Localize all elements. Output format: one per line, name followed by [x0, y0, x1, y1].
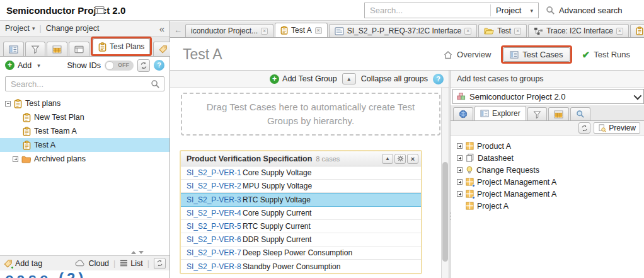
drag-drop-zone[interactable]: Drag Test Cases here to automatically cr… — [181, 93, 440, 136]
list-view-button[interactable]: List — [120, 259, 142, 268]
expand-expander-icon[interactable] — [13, 156, 18, 162]
tree-item-archived-plans[interactable]: Archived plans — [0, 152, 170, 166]
test-case-id-link[interactable]: SI_S2_P-VER-5 — [181, 222, 243, 231]
test-case-id-link[interactable]: SI_S2_P-VER-2 — [181, 182, 243, 190]
case-count-badge: 8 cases — [316, 155, 340, 163]
tree-item-test-plans-root[interactable]: Test plans — [0, 96, 170, 110]
add-tag-button[interactable]: Add tag — [4, 259, 42, 268]
test-case-id-link[interactable]: SI_S2_P-VER-1 — [181, 168, 243, 177]
layout-window-icon[interactable] — [95, 6, 105, 14]
collapse-panel-button[interactable]: ▲ — [382, 154, 393, 164]
test-case-name: Standby Power Consumption — [243, 262, 340, 271]
tree-item-test-a-selected[interactable]: Test A — [0, 138, 170, 152]
project-menu[interactable]: Project ▾ — [5, 24, 35, 33]
tab-req-i2c[interactable]: SI_S2_P-P_REQ-37:I2C Interface × — [329, 24, 477, 37]
expand-expander-icon[interactable] — [457, 155, 463, 161]
scroll-tabs-left-icon[interactable]: ← — [174, 25, 182, 35]
test-case-row[interactable]: SI_S2_P-VER-4Core Supply Current — [181, 207, 421, 220]
preview-button[interactable]: Preview — [594, 122, 640, 134]
test-case-id-link[interactable]: SI_S2_P-VER-6 — [181, 235, 243, 244]
tab-web[interactable] — [453, 107, 473, 120]
close-panel-button[interactable]: × — [407, 154, 418, 164]
global-search-input[interactable] — [365, 4, 490, 17]
expand-expander-icon[interactable] — [457, 191, 463, 197]
view-overview[interactable]: Overview — [443, 50, 491, 59]
plus-icon: + — [270, 74, 279, 84]
tree-item-product-a[interactable]: Product A — [457, 140, 644, 152]
panel-settings-button[interactable] — [394, 154, 406, 164]
tab-panel[interactable] — [69, 42, 89, 56]
tree-item-new-test-plan[interactable]: New Test Plan — [0, 110, 170, 124]
test-case-row[interactable]: SI_S2_P-VER-6DDR Supply Current — [181, 233, 421, 246]
test-case-id-link[interactable]: SI_S2_P-VER-3 — [181, 195, 243, 204]
tab-filter[interactable] — [527, 107, 547, 120]
tab-table[interactable] — [47, 42, 67, 56]
help-button[interactable]: ? — [433, 74, 444, 84]
tab-test-plans[interactable]: Test Plans × — [630, 24, 644, 37]
add-button[interactable]: + Add ▾ — [5, 61, 40, 70]
tab-test-plans[interactable]: Test Plans — [93, 38, 150, 54]
tag-cloud-clipped[interactable]: case (2) — [5, 270, 131, 278]
tree-item-project-management-a-2[interactable]: Project Management A — [457, 188, 644, 200]
tab-filter[interactable] — [25, 42, 45, 56]
show-ids-toggle[interactable]: OFF — [105, 61, 134, 71]
tab-project-truncated[interactable]: iconductor Project... × — [185, 24, 273, 37]
test-case-row-selected[interactable]: SI_S2_P-VER-3RTC Supply Voltage — [181, 193, 421, 207]
refresh-button[interactable] — [154, 258, 166, 269]
collapse-sidebar-button[interactable]: « — [159, 23, 164, 34]
project-selector-dropdown[interactable]: Semiconductor Project 2.0 — [452, 89, 644, 104]
help-button[interactable]: ? — [154, 60, 164, 71]
add-test-group-button[interactable]: + Add Test Group — [270, 74, 337, 84]
test-case-row[interactable]: SI_S2_P-VER-5RTC Supply Current — [181, 220, 421, 233]
refresh-button[interactable] — [137, 59, 150, 72]
close-icon[interactable]: × — [616, 28, 623, 35]
tree-item-label: Change Requests — [476, 166, 539, 175]
test-case-id-link[interactable]: SI_S2_P-VER-4 — [181, 209, 243, 217]
test-case-row[interactable]: SI_S2_P-VER-8Standby Power Consumption — [181, 260, 421, 273]
scrollbar-thumb[interactable] — [442, 162, 448, 262]
tab-explorer[interactable]: Explorer — [474, 106, 526, 120]
expand-expander-icon[interactable] — [457, 167, 463, 173]
test-case-id-link[interactable]: SI_S2_P-VER-7 — [181, 248, 243, 257]
list-icon — [120, 260, 128, 267]
view-test-cases-button[interactable]: Test Cases — [503, 47, 570, 62]
tree-item-project-a[interactable]: Project A — [457, 200, 644, 212]
close-icon[interactable]: × — [464, 28, 471, 35]
sidebar-splitter-handle[interactable] — [126, 250, 149, 255]
view-test-runs[interactable]: ✔ Test Runs — [582, 49, 630, 61]
tab-trace-i2c[interactable]: Trace: I2C Interface × — [528, 24, 629, 37]
close-icon[interactable]: × — [514, 28, 521, 35]
test-case-row[interactable]: SI_S2_P-VER-7Deep Sleep Power Consumptio… — [181, 246, 421, 260]
cloud-view-button[interactable]: Cloud — [75, 259, 109, 268]
advanced-search-link[interactable]: Advanced search — [546, 0, 622, 21]
collapse-groups-button[interactable]: ▲ — [342, 73, 356, 84]
table-icon — [554, 110, 563, 119]
tab-test-folder[interactable]: Test × — [478, 24, 527, 37]
tree-item-change-requests[interactable]: Change Requests — [457, 164, 644, 176]
panel-title: Product Verification Specification — [187, 154, 312, 163]
sidebar-search-input[interactable] — [6, 79, 151, 89]
close-icon[interactable]: × — [315, 27, 322, 34]
expand-expander-icon[interactable] — [457, 143, 463, 149]
test-case-row[interactable]: SI_S2_P-VER-1Core Supply Voltage — [181, 166, 421, 180]
tab-table[interactable] — [548, 107, 569, 120]
tab-search[interactable] — [570, 107, 590, 120]
tree-item-datasheet[interactable]: Datasheet — [457, 152, 644, 164]
expand-expander-icon[interactable] — [457, 179, 463, 185]
tab-test-a[interactable]: Test A × — [275, 23, 328, 37]
close-icon[interactable]: × — [261, 28, 268, 35]
change-project-link[interactable]: Change project — [46, 24, 100, 33]
tree-item-project-management-a[interactable]: Project Management A — [457, 176, 644, 188]
test-case-id-link[interactable]: SI_S2_P-VER-8 — [181, 262, 243, 271]
table-icon — [52, 45, 62, 54]
test-case-row[interactable]: SI_S2_P-VER-2MPU Supply Voltage — [181, 180, 421, 193]
project-title: Semiconductor Project 2.0 — [6, 0, 125, 21]
preview-label: Preview — [609, 124, 636, 132]
collapse-expander-icon[interactable] — [5, 101, 11, 107]
tab-index[interactable] — [3, 42, 24, 56]
vertical-scrollbar[interactable] — [441, 88, 449, 278]
tree-item-test-team-a[interactable]: Test Team A — [0, 124, 170, 138]
search-scope-dropdown[interactable]: Project ▾ — [490, 4, 538, 16]
refresh-button[interactable] — [578, 122, 590, 134]
add-test-cases-panel: Add test cases to groups Semiconductor P… — [451, 71, 644, 278]
